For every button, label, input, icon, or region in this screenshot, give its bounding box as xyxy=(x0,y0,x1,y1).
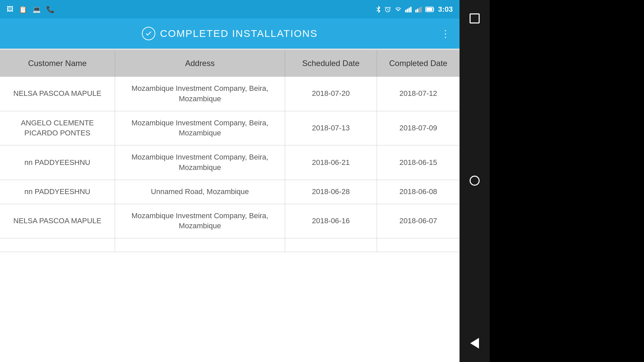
recent-apps-button[interactable] xyxy=(470,13,480,23)
svg-rect-3 xyxy=(409,8,410,12)
col-header-customer-name: Customer Name xyxy=(0,50,115,77)
cell-address: Mozambique Investment Company, Beira, Mo… xyxy=(115,77,285,111)
check-circle-icon xyxy=(142,27,155,40)
cell-completedDate: 2018-07-12 xyxy=(377,77,460,111)
table-row[interactable]: nn PADDYEESHNUUnnamed Road, Mozambique20… xyxy=(0,180,460,204)
svg-rect-2 xyxy=(407,9,408,12)
cell-completedDate: 2018-07-09 xyxy=(377,111,460,145)
cell-scheduledDate xyxy=(285,238,377,252)
cell-scheduledDate: 2018-06-21 xyxy=(285,145,377,180)
home-icon xyxy=(470,176,480,186)
svg-rect-6 xyxy=(417,9,418,12)
signal-icon xyxy=(405,6,412,12)
table-row[interactable] xyxy=(0,238,460,252)
cell-address: Unnamed Road, Mozambique xyxy=(115,180,285,204)
status-bar: 🖼 📋 💻 📞 xyxy=(0,0,460,18)
cell-scheduledDate: 2018-06-16 xyxy=(285,204,377,238)
table-row[interactable]: NELSA PASCOA MAPULEMozambique Investment… xyxy=(0,77,460,111)
cell-scheduledDate: 2018-07-20 xyxy=(285,77,377,111)
svg-rect-10 xyxy=(426,8,432,11)
alarm-icon xyxy=(384,6,391,13)
main-screen: 🖼 📋 💻 📞 xyxy=(0,0,460,362)
col-header-completed-date: Completed Date xyxy=(377,50,460,77)
cell-customerName: NELSA PASCOA MAPULE xyxy=(0,204,115,238)
svg-rect-7 xyxy=(419,8,420,12)
installations-table: Customer Name Address Scheduled Date Com… xyxy=(0,50,460,252)
back-icon xyxy=(470,338,479,349)
table-row[interactable]: nn PADDYEESHNUMozambique Investment Comp… xyxy=(0,145,460,180)
cell-address: Mozambique Investment Company, Beira, Mo… xyxy=(115,111,285,145)
recent-apps-icon xyxy=(470,13,480,23)
app-header: COMPLETED INSTALLATIONS ⋮ xyxy=(0,18,460,49)
page-title: COMPLETED INSTALLATIONS xyxy=(160,28,318,39)
cell-scheduledDate: 2018-07-13 xyxy=(285,111,377,145)
cell-customerName: nn PADDYEESHNU xyxy=(0,180,115,204)
cell-completedDate: 2018-06-08 xyxy=(377,180,460,204)
svg-rect-4 xyxy=(410,7,412,12)
photo-icon: 🖼 xyxy=(7,5,13,13)
cell-address: Mozambique Investment Company, Beira, Mo… xyxy=(115,204,285,238)
cell-scheduledDate: 2018-06-28 xyxy=(285,180,377,204)
status-time: 3:03 xyxy=(438,5,453,14)
cell-customerName: NELSA PASCOA MAPULE xyxy=(0,77,115,111)
cell-address: Mozambique Investment Company, Beira, Mo… xyxy=(115,145,285,180)
home-button[interactable] xyxy=(470,176,480,186)
wifi-icon xyxy=(394,6,402,12)
calendar-icon: 📋 xyxy=(19,5,27,13)
svg-rect-1 xyxy=(405,10,407,12)
bluetooth-icon xyxy=(376,6,381,13)
cell-completedDate: 2018-06-15 xyxy=(377,145,460,180)
nav-bar xyxy=(460,0,490,362)
cell-customerName: ANGELO CLEMENTE PICARDO PONTES xyxy=(0,111,115,145)
menu-button[interactable]: ⋮ xyxy=(438,25,453,42)
status-bar-right-icons: 3:03 xyxy=(376,5,453,14)
svg-rect-5 xyxy=(415,10,417,12)
laptop-icon: 💻 xyxy=(33,5,41,13)
table-row[interactable]: ANGELO CLEMENTE PICARDO PONTESMozambique… xyxy=(0,111,460,145)
table-row[interactable]: NELSA PASCOA MAPULEMozambique Investment… xyxy=(0,204,460,238)
table-header-row: Customer Name Address Scheduled Date Com… xyxy=(0,50,460,77)
col-header-scheduled-date: Scheduled Date xyxy=(285,50,377,77)
battery-icon xyxy=(425,7,435,12)
status-bar-left-icons: 🖼 📋 💻 📞 xyxy=(7,5,55,13)
cell-address xyxy=(115,238,285,252)
back-button[interactable] xyxy=(470,338,479,349)
cell-completedDate: 2018-06-07 xyxy=(377,204,460,238)
cell-completedDate xyxy=(377,238,460,252)
header-title-container: COMPLETED INSTALLATIONS xyxy=(142,27,318,40)
col-header-address: Address xyxy=(115,50,285,77)
svg-rect-8 xyxy=(420,7,422,12)
table-container: Customer Name Address Scheduled Date Com… xyxy=(0,50,460,362)
phone-icon: 📞 xyxy=(46,5,55,13)
signal2-icon xyxy=(415,6,422,12)
cell-customerName xyxy=(0,238,115,252)
cell-customerName: nn PADDYEESHNU xyxy=(0,145,115,180)
